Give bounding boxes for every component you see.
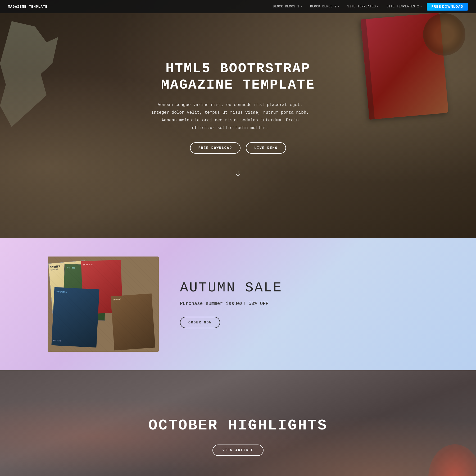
- magazine-cover-4: SPECIAL EDITION: [51, 287, 99, 348]
- october-title: OCTOBER HIGHLIGHTS: [148, 417, 328, 434]
- magazine-cover-1: SPORTS SPECIAL: [48, 260, 89, 313]
- nav-block-demos-1[interactable]: BLOCK DEMOS 1 ▾: [270, 3, 305, 10]
- autumn-subtitle: Purchase summer issues! 50% OFF: [180, 301, 428, 306]
- magazine-cover-5: VINTAGE: [111, 294, 155, 350]
- magazine-stack-image: SPORTS SPECIAL MOTOR MOTORCYCLE ISSUE 12…: [48, 257, 159, 352]
- hero-demo-button[interactable]: LIVE DEMO: [246, 142, 286, 154]
- nav-menu: BLOCK DEMOS 1 ▾ BLOCK DEMOS 2 ▾ SITE TEM…: [270, 3, 468, 11]
- view-article-button[interactable]: VIEW ARTICLE: [212, 445, 264, 456]
- brand-logo[interactable]: MAGAZINE TEMPLATE: [8, 5, 48, 9]
- navbar: MAGAZINE TEMPLATE BLOCK DEMOS 1 ▾ BLOCK …: [0, 0, 476, 13]
- nav-site-templates-2[interactable]: SITE TEMPLATES 2 ▾: [383, 3, 425, 10]
- autumn-sale-section: SPORTS SPECIAL MOTOR MOTORCYCLE ISSUE 12…: [0, 238, 476, 370]
- nav-block-demos-2[interactable]: BLOCK DEMOS 2 ▾: [307, 3, 343, 10]
- chevron-down-icon: ▾: [338, 5, 339, 8]
- hero-coffee-decoration: [423, 13, 465, 56]
- october-highlights-section: OCTOBER HIGHLIGHTS VIEW ARTICLE: [0, 370, 476, 476]
- nav-site-templates[interactable]: SITE TEMPLATES ▾: [344, 3, 382, 10]
- hero-buttons: FREE DOWNLOAD LIVE DEMO: [151, 142, 325, 154]
- autumn-title: AUTUMN SALE: [180, 280, 428, 296]
- chevron-down-icon: [234, 170, 242, 177]
- magazine-cover-2: MOTOR MOTORCYCLE: [62, 264, 107, 321]
- hero-description: Aenean congue varius nisi, eu commodo ni…: [151, 101, 310, 132]
- chevron-down-icon: ▾: [300, 5, 302, 8]
- magazine-cover-3: ISSUE 12: [81, 260, 123, 314]
- scroll-down-button[interactable]: [151, 170, 325, 177]
- hero-title: HTML5 BOOTRSTRAP MAGAZINE TEMPLATE: [151, 61, 325, 94]
- hero-section: HTML5 BOOTRSTRAP MAGAZINE TEMPLATE Aenea…: [0, 0, 476, 238]
- chevron-down-icon: ▾: [377, 5, 379, 8]
- autumn-image: SPORTS SPECIAL MOTOR MOTORCYCLE ISSUE 12…: [48, 257, 159, 352]
- october-bg-decoration: [428, 444, 476, 476]
- hero-content: HTML5 BOOTRSTRAP MAGAZINE TEMPLATE Aenea…: [146, 55, 331, 183]
- autumn-content: AUTUMN SALE Purchase summer issues! 50% …: [180, 280, 428, 328]
- chevron-down-icon: ▾: [420, 5, 422, 8]
- order-now-button[interactable]: ORDER NOW: [180, 317, 220, 328]
- nav-download-button[interactable]: FREE DOWNLOAD: [427, 3, 468, 11]
- hero-download-button[interactable]: FREE DOWNLOAD: [190, 142, 241, 154]
